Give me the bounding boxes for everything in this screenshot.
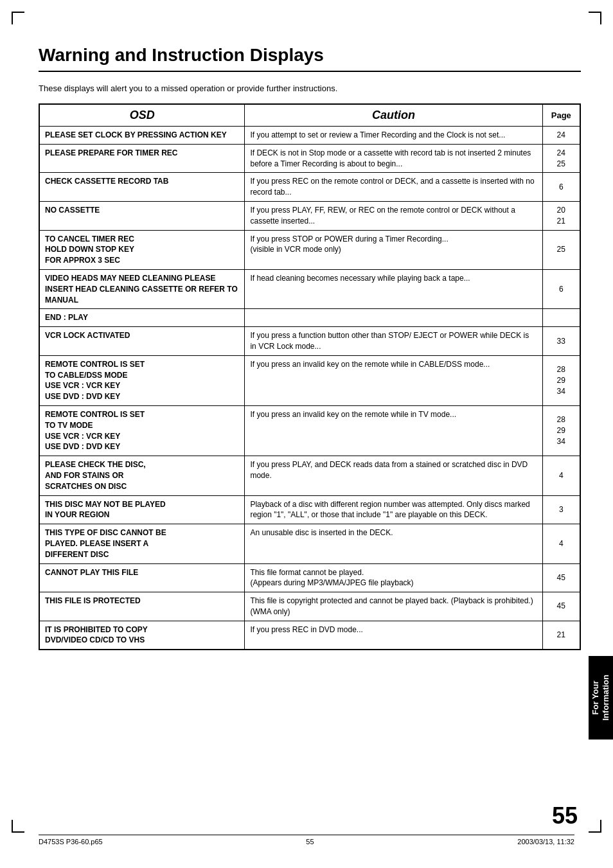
osd-cell: PLEASE SET CLOCK BY PRESSING ACTION KEY bbox=[39, 127, 245, 145]
osd-cell: THIS FILE IS PROTECTED bbox=[39, 592, 245, 621]
caution-cell: An unusable disc is inserted in the DECK… bbox=[245, 524, 542, 563]
page-number: 55 bbox=[552, 802, 578, 829]
page-number-container: 55 bbox=[552, 802, 578, 829]
footer-right: 2003/03/13, 11:32 bbox=[517, 838, 574, 846]
osd-cell: IT IS PROHIBITED TO COPY DVD/VIDEO CD/CD… bbox=[39, 621, 245, 650]
page-container: Warning and Instruction Displays These d… bbox=[0, 0, 613, 868]
footer-left: D4753S P36-60.p65 bbox=[39, 838, 103, 846]
caution-cell: If head cleaning becomes necessary while… bbox=[245, 269, 542, 308]
page-cell: 28 29 34 bbox=[542, 405, 580, 456]
page-cell: 45 bbox=[542, 592, 580, 621]
caution-cell: Playback of a disc with different region… bbox=[245, 495, 542, 524]
caution-cell: This file is copyright protected and can… bbox=[245, 592, 542, 621]
table-row: TO CANCEL TIMER REC HOLD DOWN STOP KEY F… bbox=[39, 230, 580, 269]
footer: D4753S P36-60.p65 55 2003/03/13, 11:32 bbox=[39, 835, 574, 846]
header-page: Page bbox=[542, 104, 580, 127]
osd-cell: REMOTE CONTROL IS SET TO TV MODE USE VCR… bbox=[39, 405, 245, 456]
table-row: VIDEO HEADS MAY NEED CLEANING PLEASE INS… bbox=[39, 269, 580, 308]
page-title: Warning and Instruction Displays bbox=[39, 45, 581, 72]
page-cell: 21 bbox=[542, 621, 580, 650]
caution-cell bbox=[245, 309, 542, 327]
osd-cell: NO CASSETTE bbox=[39, 201, 245, 230]
table-row: REMOTE CONTROL IS SET TO CABLE/DSS MODE … bbox=[39, 355, 580, 405]
page-cell: 4 bbox=[542, 524, 580, 563]
table-row: NO CASSETTEIf you press PLAY, FF, REW, o… bbox=[39, 201, 580, 230]
page-cell: 6 bbox=[542, 173, 580, 202]
caution-cell: If you press PLAY, and DECK reads data f… bbox=[245, 456, 542, 495]
caution-cell: If you press a function button other tha… bbox=[245, 327, 542, 356]
page-cell: 33 bbox=[542, 327, 580, 356]
header-caution: Caution bbox=[245, 104, 542, 127]
osd-cell: VIDEO HEADS MAY NEED CLEANING PLEASE INS… bbox=[39, 269, 245, 308]
side-tab: For YourInformation bbox=[589, 656, 613, 740]
corner-mark-bl bbox=[12, 820, 24, 833]
caution-cell: This file format cannot be played. (Appe… bbox=[245, 563, 542, 592]
table-row: CHECK CASSETTE RECORD TABIf you press RE… bbox=[39, 173, 580, 202]
page-cell: 4 bbox=[542, 456, 580, 495]
osd-cell: THIS DISC MAY NOT BE PLAYED IN YOUR REGI… bbox=[39, 495, 245, 524]
page-cell: 24 bbox=[542, 127, 580, 145]
osd-cell: CANNOT PLAY THIS FILE bbox=[39, 563, 245, 592]
osd-cell: REMOTE CONTROL IS SET TO CABLE/DSS MODE … bbox=[39, 355, 245, 405]
table-row: THIS DISC MAY NOT BE PLAYED IN YOUR REGI… bbox=[39, 495, 580, 524]
table-row: VCR LOCK ACTIVATEDIf you press a functio… bbox=[39, 327, 580, 356]
table-row: IT IS PROHIBITED TO COPY DVD/VIDEO CD/CD… bbox=[39, 621, 580, 650]
page-cell: 6 bbox=[542, 269, 580, 308]
osd-cell: END : PLAY bbox=[39, 309, 245, 327]
page-cell bbox=[542, 309, 580, 327]
page-cell: 25 bbox=[542, 230, 580, 269]
table-row: PLEASE PREPARE FOR TIMER RECIf DECK is n… bbox=[39, 144, 580, 173]
caution-cell: If you press an invalid key on the remot… bbox=[245, 355, 542, 405]
table-row: PLEASE CHECK THE DISC, AND FOR STAINS OR… bbox=[39, 456, 580, 495]
osd-cell: CHECK CASSETTE RECORD TAB bbox=[39, 173, 245, 202]
table-row: THIS TYPE OF DISC CANNOT BE PLAYED. PLEA… bbox=[39, 524, 580, 563]
page-cell: 45 bbox=[542, 563, 580, 592]
osd-cell: PLEASE PREPARE FOR TIMER REC bbox=[39, 144, 245, 173]
caution-cell: If you press STOP or POWER during a Time… bbox=[245, 230, 542, 269]
caution-cell: If you press REC in DVD mode... bbox=[245, 621, 542, 650]
osd-cell: TO CANCEL TIMER REC HOLD DOWN STOP KEY F… bbox=[39, 230, 245, 269]
corner-mark-br bbox=[589, 820, 601, 833]
table-row: PLEASE SET CLOCK BY PRESSING ACTION KEYI… bbox=[39, 127, 580, 145]
osd-cell: VCR LOCK ACTIVATED bbox=[39, 327, 245, 356]
osd-cell: PLEASE CHECK THE DISC, AND FOR STAINS OR… bbox=[39, 456, 245, 495]
page-cell: 3 bbox=[542, 495, 580, 524]
osd-cell: THIS TYPE OF DISC CANNOT BE PLAYED. PLEA… bbox=[39, 524, 245, 563]
page-cell: 28 29 34 bbox=[542, 355, 580, 405]
header-osd: OSD bbox=[39, 104, 245, 127]
caution-cell: If DECK is not in Stop mode or a cassett… bbox=[245, 144, 542, 173]
caution-cell: If you press PLAY, FF, REW, or REC on th… bbox=[245, 201, 542, 230]
warning-table: OSD Caution Page PLEASE SET CLOCK BY PRE… bbox=[39, 103, 581, 650]
intro-text: These displays will alert you to a misse… bbox=[39, 84, 581, 93]
corner-mark-tl bbox=[12, 12, 24, 24]
page-cell: 24 25 bbox=[542, 144, 580, 173]
caution-cell: If you press REC on the remote control o… bbox=[245, 173, 542, 202]
corner-mark-tr bbox=[589, 12, 601, 24]
table-row: REMOTE CONTROL IS SET TO TV MODE USE VCR… bbox=[39, 405, 580, 456]
page-cell: 20 21 bbox=[542, 201, 580, 230]
side-tab-text: For YourInformation bbox=[591, 675, 610, 721]
table-row: CANNOT PLAY THIS FILEThis file format ca… bbox=[39, 563, 580, 592]
table-row: THIS FILE IS PROTECTEDThis file is copyr… bbox=[39, 592, 580, 621]
table-row: END : PLAY bbox=[39, 309, 580, 327]
caution-cell: If you attempt to set or review a Timer … bbox=[245, 127, 542, 145]
footer-center: 55 bbox=[306, 838, 314, 846]
caution-cell: If you press an invalid key on the remot… bbox=[245, 405, 542, 456]
